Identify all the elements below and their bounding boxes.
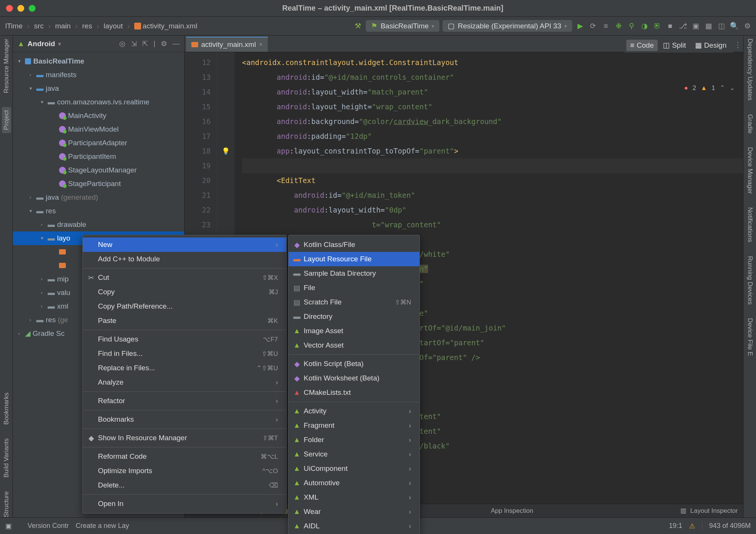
menu-item[interactable]: Refactor› — [83, 394, 286, 408]
menu-item[interactable]: ◆Kotlin Worksheet (Beta) — [289, 371, 419, 385]
close-icon[interactable]: × — [259, 41, 262, 48]
search-icon[interactable]: 🔍 — [730, 21, 739, 31]
view-split-button[interactable]: ◫ Split — [659, 39, 690, 51]
menu-item[interactable]: Add C++ to Module — [83, 252, 286, 266]
settings-icon[interactable]: ⚙ — [161, 39, 167, 48]
menu-item[interactable]: ▲Fragment› — [289, 418, 419, 433]
menu-item[interactable]: Optimize Imports^⌥O — [83, 464, 286, 478]
menu-item[interactable]: ▲CMakeLists.txt — [289, 385, 419, 400]
warning-icon[interactable]: ⚠ — [689, 522, 695, 530]
collapse-icon[interactable]: ⇱ — [142, 39, 148, 48]
menu-item[interactable]: Paste⌘K — [83, 314, 286, 328]
menu-item[interactable]: ▬Sample Data Directory — [289, 266, 419, 281]
menu-item[interactable]: ▬Layout Resource File — [289, 252, 419, 266]
device-selector[interactable]: ▢ Resizable (Experimental) API 33 ▾ — [442, 20, 572, 32]
menu-item[interactable]: ▬Directory — [289, 309, 419, 324]
menu-item[interactable]: ◆Kotlin Class/File — [289, 238, 419, 252]
strip-gradle[interactable]: Gradle — [746, 114, 754, 134]
menu-item[interactable]: Bookmarks› — [83, 412, 286, 427]
tool-layout-inspector[interactable]: Layout Inspector — [690, 507, 738, 515]
menu-item[interactable]: Find Usages⌥F7 — [83, 332, 286, 346]
breadcrumb-seg[interactable]: res — [81, 22, 93, 30]
menu-item[interactable]: Copy⌘J — [83, 285, 286, 299]
apply-changes-icon[interactable]: ⟳ — [588, 21, 598, 31]
strip-device-file[interactable]: Device File E — [746, 318, 754, 356]
menu-item[interactable]: ▲Activity› — [289, 404, 419, 418]
settings-icon[interactable]: ⚙ — [742, 21, 752, 31]
tree-package[interactable]: ▾▬com.amazonaws.ivs.realtime — [13, 95, 184, 109]
strip-running-devices[interactable]: Running Devices — [746, 256, 754, 305]
attach-debugger-icon[interactable]: ⛨ — [652, 21, 662, 31]
avd-icon[interactable]: ▦ — [704, 21, 714, 31]
build-icon[interactable]: ⚒ — [353, 21, 363, 31]
menu-item[interactable]: ▲Automotive› — [289, 476, 419, 490]
sdk-icon[interactable]: ◫ — [717, 21, 727, 31]
breadcrumb-seg[interactable]: main — [54, 22, 72, 30]
menu-item[interactable]: ▲Folder› — [289, 433, 419, 447]
breadcrumb-seg[interactable]: src — [33, 22, 45, 30]
run-config-selector[interactable]: ⚑ BasicRealTime ▾ — [366, 20, 439, 32]
menu-item[interactable]: ◆Kotlin Script (Beta) — [289, 357, 419, 371]
tree-drawable[interactable]: ›▬drawable — [13, 218, 184, 231]
strip-dep-updates[interactable]: Dependency Updates — [746, 39, 754, 101]
tree-class[interactable]: StageLayoutManager — [13, 163, 184, 177]
memory-indicator[interactable]: 943 of 4096M — [709, 522, 751, 530]
next-problem-icon[interactable]: ⌄ — [730, 84, 735, 92]
strip-project[interactable]: Project — [2, 107, 11, 133]
tree-java-gen[interactable]: ›▬java (generated) — [13, 191, 184, 204]
tree-java[interactable]: ▾▬java — [13, 82, 184, 95]
window-minimize-button[interactable] — [17, 5, 24, 12]
prev-problem-icon[interactable]: ⌃ — [720, 84, 725, 92]
tree-class[interactable]: MainViewModel — [13, 123, 184, 136]
profiler-icon[interactable]: ◑ — [640, 21, 649, 31]
menu-item[interactable]: ▤Scratch File⇧⌘N — [289, 295, 419, 309]
editor-problems[interactable]: ●2 ▲1 ⌃ ⌄ — [684, 84, 735, 92]
menu-item[interactable]: Open In› — [83, 497, 286, 511]
tool-window-icon[interactable]: ▣ — [5, 522, 12, 530]
menu-item[interactable]: Replace in Files...⌃⇧⌘U — [83, 361, 286, 375]
menu-item[interactable]: ▲Image Asset — [289, 324, 419, 338]
menu-item[interactable]: Delete...⌫ — [83, 478, 286, 492]
coverage-icon[interactable]: ⚲ — [627, 21, 636, 31]
run-button[interactable]: ▶ — [575, 21, 585, 31]
menu-item[interactable]: ▲UiComponent› — [289, 461, 419, 476]
strip-resource-manager[interactable]: Resource Manager — [3, 39, 10, 93]
menu-item[interactable]: ▲AIDL› — [289, 519, 419, 533]
menu-item[interactable]: ▲Wear› — [289, 505, 419, 519]
tree-class[interactable]: ParticipantAdapter — [13, 136, 184, 150]
debug-icon[interactable]: ❉ — [614, 21, 624, 31]
strip-structure[interactable]: Structure — [3, 491, 10, 517]
view-design-button[interactable]: ▦ Design — [691, 39, 730, 51]
apply-code-icon[interactable]: ≡ — [601, 21, 611, 31]
editor-tab-active[interactable]: activity_main.xml × — [186, 37, 268, 52]
hide-icon[interactable]: — — [172, 39, 180, 48]
editor-menu-icon[interactable]: ⋮ — [734, 40, 742, 49]
expand-icon[interactable]: ⇲ — [131, 39, 137, 48]
bulb-icon[interactable]: 💡 — [217, 144, 234, 158]
menu-item[interactable]: ▲Service› — [289, 447, 419, 461]
breadcrumb-seg[interactable]: layout — [102, 22, 124, 30]
strip-bookmarks[interactable]: Bookmarks — [3, 393, 10, 425]
menu-item[interactable]: Reformat Code⌘⌥L — [83, 449, 286, 464]
tree-res[interactable]: ▾▬res — [13, 204, 184, 218]
tool-version-control[interactable]: Version Contr — [28, 522, 69, 530]
strip-device-manager[interactable]: Device Manager — [746, 147, 754, 194]
menu-item[interactable]: Copy Path/Reference... — [83, 299, 286, 314]
menu-item[interactable]: ▲XML› — [289, 490, 419, 505]
project-view-selector[interactable]: ▲ Android ▾ — [17, 40, 61, 48]
tree-root[interactable]: ▾BasicRealTime — [13, 54, 184, 68]
strip-build-variants[interactable]: Build Variants — [3, 438, 10, 478]
breadcrumb-seg[interactable]: lTime — [4, 22, 24, 30]
tool-app-inspection[interactable]: App Inspection — [491, 507, 533, 515]
menu-item[interactable]: ✂Cut⇧⌘X — [83, 270, 286, 285]
tree-class[interactable]: StageParticipant — [13, 177, 184, 191]
tree-class[interactable]: ParticipantItem — [13, 150, 184, 163]
tree-class[interactable]: MainActivity — [13, 109, 184, 123]
tree-manifests[interactable]: ›▬manifests — [13, 68, 184, 82]
breadcrumb-file[interactable]: activity_main.xml — [133, 22, 199, 30]
git-icon[interactable]: ⎇ — [678, 21, 688, 31]
view-code-button[interactable]: ≡ Code — [626, 40, 658, 51]
select-opened-icon[interactable]: ◎ — [119, 39, 126, 48]
window-close-button[interactable] — [6, 5, 13, 12]
menu-item[interactable]: New› — [83, 238, 286, 252]
